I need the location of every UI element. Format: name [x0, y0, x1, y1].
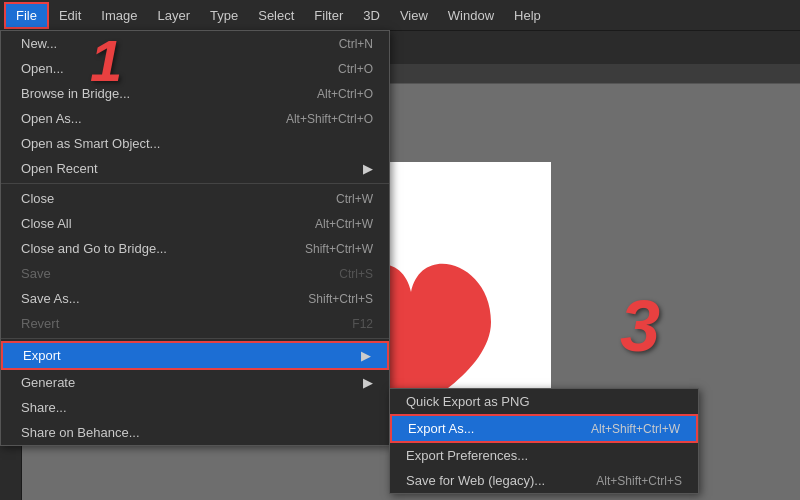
menu-share-behance[interactable]: Share on Behance...	[1, 420, 389, 445]
menu-type[interactable]: Type	[200, 4, 248, 27]
menu-save-as-label: Save As...	[21, 291, 80, 306]
menu-export-label: Export	[23, 348, 61, 363]
menu-window[interactable]: Window	[438, 4, 504, 27]
menu-new-shortcut: Ctrl+N	[339, 37, 373, 51]
menu-open-as[interactable]: Open As... Alt+Shift+Ctrl+O	[1, 106, 389, 131]
menu-close[interactable]: Close Ctrl+W	[1, 186, 389, 211]
menu-share-behance-label: Share on Behance...	[21, 425, 140, 440]
menu-revert-shortcut: F12	[352, 317, 373, 331]
menu-view[interactable]: View	[390, 4, 438, 27]
menu-open[interactable]: Open... Ctrl+O	[1, 56, 389, 81]
menu-layer[interactable]: Layer	[148, 4, 201, 27]
menu-close-bridge-shortcut: Shift+Ctrl+W	[305, 242, 373, 256]
menu-close-all[interactable]: Close All Alt+Ctrl+W	[1, 211, 389, 236]
export-submenu: Quick Export as PNG Export As... Alt+Shi…	[389, 388, 699, 494]
menu-close-bridge-label: Close and Go to Bridge...	[21, 241, 167, 256]
submenu-save-web-shortcut: Alt+Shift+Ctrl+S	[596, 474, 682, 488]
menu-open-as-shortcut: Alt+Shift+Ctrl+O	[286, 112, 373, 126]
menu-image[interactable]: Image	[91, 4, 147, 27]
menu-help[interactable]: Help	[504, 4, 551, 27]
menu-browse-bridge-label: Browse in Bridge...	[21, 86, 130, 101]
menu-open-as-label: Open As...	[21, 111, 82, 126]
submenu-arrow-generate: ▶	[363, 375, 373, 390]
menu-share-label: Share...	[21, 400, 67, 415]
menu-select[interactable]: Select	[248, 4, 304, 27]
file-dropdown-menu: New... Ctrl+N Open... Ctrl+O Browse in B…	[0, 30, 390, 446]
menu-close-shortcut: Ctrl+W	[336, 192, 373, 206]
menu-save-as-shortcut: Shift+Ctrl+S	[308, 292, 373, 306]
menu-share[interactable]: Share...	[1, 395, 389, 420]
menu-new-label: New...	[21, 36, 57, 51]
menu-close-label: Close	[21, 191, 54, 206]
submenu-arrow-recent: ▶	[363, 161, 373, 176]
menu-close-all-shortcut: Alt+Ctrl+W	[315, 217, 373, 231]
submenu-quick-export[interactable]: Quick Export as PNG	[390, 389, 698, 414]
menu-open-recent[interactable]: Open Recent ▶	[1, 156, 389, 181]
sep-1	[1, 183, 389, 184]
menu-edit[interactable]: Edit	[49, 4, 91, 27]
menu-bar: File Edit Image Layer Type Select Filter…	[0, 0, 800, 30]
submenu-export-as-label: Export As...	[408, 421, 474, 436]
menu-open-smart-object-label: Open as Smart Object...	[21, 136, 160, 151]
submenu-export-as[interactable]: Export As... Alt+Shift+Ctrl+W	[390, 414, 698, 443]
menu-revert-label: Revert	[21, 316, 59, 331]
menu-close-all-label: Close All	[21, 216, 72, 231]
submenu-export-prefs[interactable]: Export Preferences...	[390, 443, 698, 468]
menu-export[interactable]: Export ▶	[1, 341, 389, 370]
menu-file[interactable]: File	[4, 2, 49, 29]
submenu-save-web[interactable]: Save for Web (legacy)... Alt+Shift+Ctrl+…	[390, 468, 698, 493]
menu-save: Save Ctrl+S	[1, 261, 389, 286]
menu-save-shortcut: Ctrl+S	[339, 267, 373, 281]
menu-3d[interactable]: 3D	[353, 4, 390, 27]
menu-close-bridge[interactable]: Close and Go to Bridge... Shift+Ctrl+W	[1, 236, 389, 261]
menu-browse-bridge[interactable]: Browse in Bridge... Alt+Ctrl+O	[1, 81, 389, 106]
submenu-save-web-label: Save for Web (legacy)...	[406, 473, 545, 488]
menu-open-label: Open...	[21, 61, 64, 76]
menu-open-smart-object[interactable]: Open as Smart Object...	[1, 131, 389, 156]
menu-generate-label: Generate	[21, 375, 75, 390]
sep-2	[1, 338, 389, 339]
menu-save-as[interactable]: Save As... Shift+Ctrl+S	[1, 286, 389, 311]
submenu-quick-export-label: Quick Export as PNG	[406, 394, 530, 409]
submenu-export-as-shortcut: Alt+Shift+Ctrl+W	[591, 422, 680, 436]
menu-new[interactable]: New... Ctrl+N	[1, 31, 389, 56]
menu-save-label: Save	[21, 266, 51, 281]
submenu-export-prefs-label: Export Preferences...	[406, 448, 528, 463]
menu-filter[interactable]: Filter	[304, 4, 353, 27]
menu-browse-bridge-shortcut: Alt+Ctrl+O	[317, 87, 373, 101]
menu-open-shortcut: Ctrl+O	[338, 62, 373, 76]
submenu-arrow-export: ▶	[361, 348, 371, 363]
menu-open-recent-label: Open Recent	[21, 161, 98, 176]
menu-generate[interactable]: Generate ▶	[1, 370, 389, 395]
menu-revert: Revert F12	[1, 311, 389, 336]
